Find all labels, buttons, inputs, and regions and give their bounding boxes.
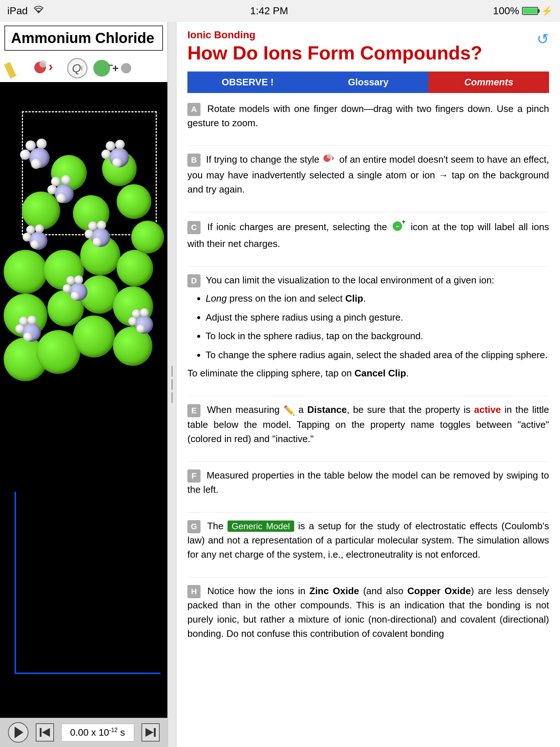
- instruction-a: A Rotate models with one finger down—dra…: [187, 102, 549, 130]
- page-title: How Do Ions Form Compounds?: [187, 42, 549, 64]
- pencil-ruler-button[interactable]: [4, 57, 26, 80]
- refresh-button[interactable]: ↺: [537, 31, 549, 47]
- playback-bar: 0.00 x 10-12 s: [0, 718, 167, 747]
- status-time: 1:42 PM: [250, 5, 288, 17]
- drag-handle-line-3: [171, 392, 173, 403]
- status-bar: iPad 1:42 PM 100% ⚡: [0, 0, 560, 22]
- drag-handle-line-2: [171, 379, 173, 390]
- battery-percent: 100%: [493, 5, 519, 17]
- skip-back-button[interactable]: [36, 723, 54, 742]
- label-h: H: [187, 585, 201, 598]
- instruction-b: B If trying to change the style › of an …: [187, 152, 549, 197]
- label-g: G: [187, 520, 201, 533]
- battery-icon: [522, 7, 538, 15]
- qi-label: Qi: [67, 58, 88, 78]
- svg-rect-5: [40, 728, 42, 737]
- svg-marker-8: [145, 728, 153, 737]
- play-button[interactable]: [8, 722, 28, 743]
- drag-handle[interactable]: [168, 22, 176, 747]
- label-e: E: [187, 404, 201, 417]
- instruction-f: F Measured properties in the table below…: [187, 468, 549, 497]
- tab-bar: OBSERVE ! Glossary Comments: [187, 71, 549, 93]
- charge-icon: ⚡: [541, 5, 553, 17]
- molecule-style-button[interactable]: ›: [32, 57, 61, 80]
- svg-text:+: +: [402, 219, 406, 225]
- model-viewport[interactable]: [0, 82, 167, 718]
- tab-comments[interactable]: Comments: [428, 71, 549, 93]
- instruction-h: H Notice how the ions in Zinc Oxide (and…: [187, 584, 549, 641]
- svg-text:›: ›: [331, 153, 334, 162]
- skip-forward-button[interactable]: [141, 723, 160, 742]
- molecule-title: Ammonium Chloride: [4, 26, 163, 51]
- svg-rect-0: [4, 62, 16, 78]
- section-label: Ionic Bonding: [187, 29, 549, 41]
- status-right: 100% ⚡: [493, 5, 553, 17]
- svg-marker-6: [42, 728, 50, 737]
- instruction-d: D You can limit the visualization to the…: [187, 273, 549, 381]
- instruction-d-bullets: Long press on the ion and select Clip. A…: [206, 291, 549, 363]
- label-f: F: [187, 469, 201, 483]
- svg-point-3: [39, 60, 47, 67]
- ipad-label: iPad: [7, 5, 28, 17]
- svg-point-10: [327, 154, 332, 159]
- drag-handle-line-1: [171, 366, 173, 377]
- main-container: Ammonium Chloride › Qi: [0, 22, 560, 747]
- ion-icon: − +: [93, 60, 131, 77]
- svg-rect-7: [154, 728, 156, 737]
- right-panel: ↺ Ionic Bonding How Do Ions Form Compoun…: [176, 22, 560, 747]
- play-icon: [15, 727, 23, 738]
- label-a: A: [187, 103, 201, 116]
- toolbar: › Qi − +: [0, 54, 167, 82]
- label-c: C: [187, 221, 201, 234]
- time-display: 0.00 x 10-12 s: [61, 724, 134, 742]
- tab-observe[interactable]: OBSERVE !: [187, 71, 308, 93]
- active-label: active: [474, 404, 501, 415]
- tab-glossary[interactable]: Glossary: [308, 71, 429, 93]
- status-left: iPad: [7, 5, 45, 18]
- svg-text:−: −: [396, 223, 399, 229]
- label-b: B: [187, 154, 201, 167]
- ion-charge-button[interactable]: − +: [93, 60, 131, 77]
- left-panel: Ammonium Chloride › Qi: [0, 22, 168, 747]
- generic-model-badge: Generic Model: [228, 520, 294, 532]
- instruction-g: G The Generic Model is a setup for the s…: [187, 519, 549, 562]
- svg-text:›: ›: [48, 59, 53, 74]
- wifi-icon: [32, 5, 45, 18]
- instruction-c: C If ionic charges are present, selectin…: [187, 219, 549, 251]
- instruction-e: E When measuring ✏️ a Distance, be sure …: [187, 403, 549, 446]
- qi-button[interactable]: Qi: [67, 58, 88, 78]
- molecule-scene: [0, 82, 167, 718]
- label-d: D: [187, 274, 201, 287]
